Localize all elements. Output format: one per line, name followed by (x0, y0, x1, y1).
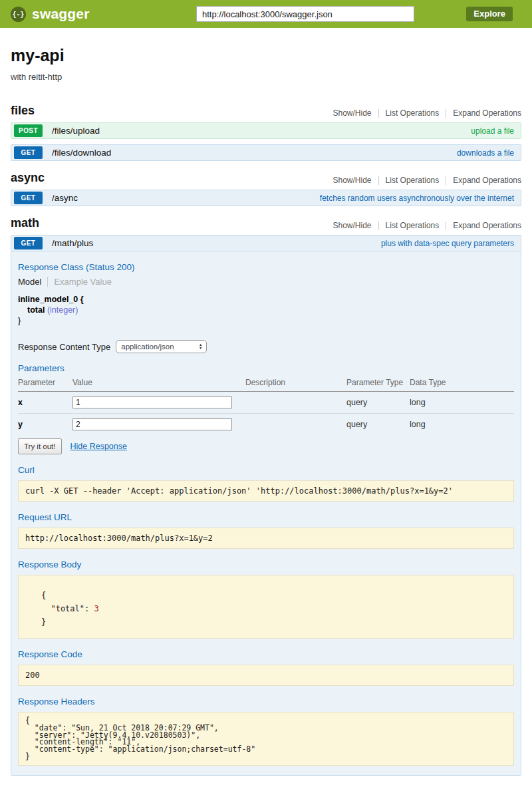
top-bar: {-} swagger Explore (0, 0, 532, 28)
curl-command-box: curl -X GET --header 'Accept: applicatio… (18, 480, 514, 502)
curl-heading: Curl (18, 465, 514, 475)
model-signature: inline_model_0 { total (integer) } (18, 294, 514, 326)
select-arrows-icon: ▴▾ (200, 343, 201, 349)
hide-response-link[interactable]: Hide Response (70, 442, 127, 451)
operation-row-get-math-plus[interactable]: GET /math/plus plus with data-spec query… (11, 235, 521, 251)
operation-path[interactable]: /async (52, 193, 78, 203)
operation-path[interactable]: /math/plus (52, 238, 93, 248)
response-body-value: 3 (94, 604, 98, 613)
response-class-heading: Response Class (Status 200) (18, 262, 514, 272)
separator (446, 176, 446, 185)
method-badge: POST (14, 124, 43, 137)
expand-operations-link[interactable]: Expand Operations (453, 176, 521, 185)
column-header-parameter-type: Parameter Type (346, 377, 410, 392)
param-row-y: y query long (18, 414, 514, 436)
operation-detail-panel: Response Class (Status 200) Model Exampl… (11, 251, 521, 776)
model-field: total (integer) (18, 305, 514, 315)
operation-path[interactable]: /files/download (52, 148, 111, 158)
param-name: x (18, 392, 72, 414)
expand-operations-link[interactable]: Expand Operations (453, 108, 521, 118)
request-url-box: http://localhost:3000/math/plus?x=1&y=2 (18, 528, 514, 549)
response-content-type-select[interactable]: application/json ▴▾ (116, 340, 207, 353)
separator (47, 277, 48, 287)
operation-summary[interactable]: fetches random users asynchronously over… (320, 194, 518, 203)
method-badge: GET (14, 237, 43, 249)
list-operations-link[interactable]: List Operations (386, 221, 440, 230)
swagger-brand-link[interactable]: {-} swagger (11, 6, 90, 22)
section-title-math: math (11, 216, 39, 230)
separator (446, 109, 446, 118)
swagger-url-input[interactable] (196, 6, 414, 22)
param-type: query (346, 414, 410, 436)
section-math: math Show/Hide List Operations Expand Op… (11, 216, 521, 789)
operation-row-get-async[interactable]: GET /async fetches random users asynchro… (11, 190, 521, 206)
tab-example-value[interactable]: Example Value (54, 277, 111, 287)
parameters-table: Parameter Value Description Parameter Ty… (18, 377, 514, 435)
request-url-heading: Request URL (18, 512, 514, 522)
method-badge: GET (14, 192, 43, 204)
model-close-brace: } (18, 315, 514, 326)
response-body-text: } (41, 617, 46, 627)
section-title-files: files (11, 104, 35, 118)
response-content-type-row: Response Content Type application/json ▴… (18, 340, 514, 353)
swagger-logo-icon: {-} (11, 7, 26, 22)
response-body-text: { "total": (41, 591, 94, 613)
list-operations-link[interactable]: List Operations (386, 108, 440, 118)
response-content-type-label: Response Content Type (18, 342, 110, 352)
brand-title: swagger (32, 6, 90, 22)
section-controls: Show/Hide List Operations Expand Operati… (333, 176, 521, 185)
api-title: my-api (11, 46, 521, 65)
response-body-heading: Response Body (18, 559, 514, 569)
list-operations-link[interactable]: List Operations (386, 176, 440, 185)
operation-summary[interactable]: plus with data-spec query parameters (381, 239, 518, 248)
section-title-async: async (11, 171, 45, 185)
operation-path[interactable]: /files/upload (52, 126, 100, 136)
show-hide-link[interactable]: Show/Hide (333, 176, 372, 185)
operation-summary[interactable]: downloads a file (457, 148, 518, 158)
param-y-input[interactable] (72, 418, 232, 430)
operation-row-get-files-download[interactable]: GET /files/download downloads a file (11, 144, 521, 161)
column-header-data-type: Data Type (410, 377, 514, 392)
param-data-type: long (410, 414, 514, 436)
param-data-type: long (410, 392, 514, 414)
api-page: my-api with reitit-http files Show/Hide … (0, 46, 532, 789)
tab-model[interactable]: Model (18, 277, 41, 287)
section-controls: Show/Hide List Operations Expand Operati… (333, 108, 521, 118)
response-body-box: { "total": 3 } (18, 575, 514, 639)
expand-operations-link[interactable]: Expand Operations (453, 221, 521, 230)
separator (378, 176, 379, 185)
column-header-parameter: Parameter (18, 377, 72, 392)
response-headers-heading: Response Headers (18, 697, 514, 707)
param-description (245, 414, 346, 436)
model-name: inline_model_0 { (18, 294, 514, 305)
param-name: y (18, 414, 72, 436)
response-headers-box: { "date": "Sun, 21 Oct 2018 20:07:29 GMT… (18, 712, 514, 766)
separator (378, 222, 379, 230)
param-description (245, 392, 346, 414)
try-it-out-button[interactable]: Try it out! (18, 438, 62, 454)
param-row-x: x query long (18, 392, 514, 414)
operation-summary[interactable]: upload a file (471, 126, 518, 136)
explore-button[interactable]: Explore (466, 7, 513, 21)
show-hide-link[interactable]: Show/Hide (333, 221, 372, 230)
separator (446, 222, 446, 230)
show-hide-link[interactable]: Show/Hide (333, 108, 372, 118)
section-files: files Show/Hide List Operations Expand O… (11, 104, 521, 161)
selected-option: application/json (121, 343, 174, 351)
operation-expanded-get-math-plus: GET /math/plus plus with data-spec query… (11, 235, 521, 776)
column-header-description: Description (245, 377, 346, 392)
separator (378, 109, 379, 118)
response-code-box: 200 (18, 665, 514, 686)
section-controls: Show/Hide List Operations Expand Operati… (333, 221, 521, 230)
response-code-heading: Response Code (18, 649, 514, 659)
param-x-input[interactable] (72, 396, 232, 408)
operation-row-post-files-upload[interactable]: POST /files/upload upload a file (11, 122, 521, 139)
param-type: query (346, 392, 410, 414)
actions-row: Try it out! Hide Response (18, 438, 514, 454)
method-badge: GET (14, 146, 43, 159)
section-async: async Show/Hide List Operations Expand O… (11, 171, 521, 206)
model-tabs: Model Example Value (18, 277, 514, 287)
api-description: with reitit-http (11, 72, 521, 82)
column-header-value: Value (72, 377, 245, 392)
parameters-heading: Parameters (18, 363, 514, 373)
